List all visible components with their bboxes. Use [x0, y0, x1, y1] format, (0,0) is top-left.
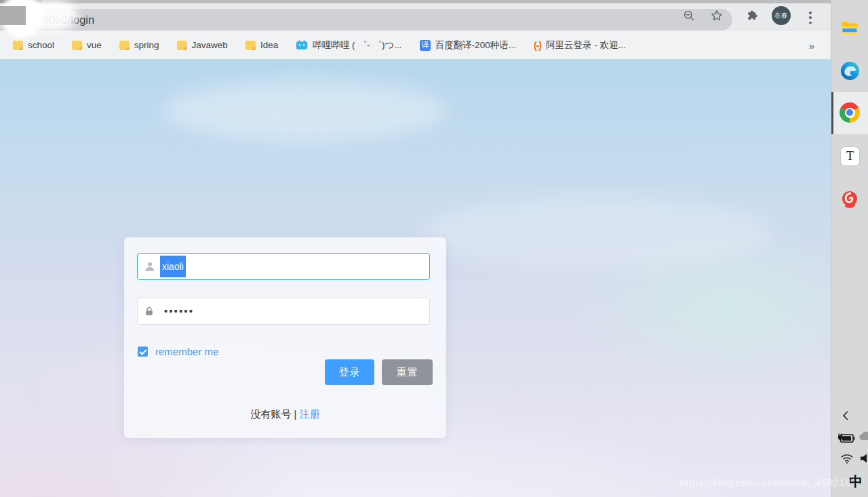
bookmark-label: spring [134, 40, 159, 50]
browser-toolbar: 3050/login 在春 [0, 3, 831, 31]
baidu-translate-icon: 译 [420, 40, 431, 51]
password-value-masked: •••••• [164, 306, 194, 317]
remember-me-checkbox[interactable] [138, 346, 148, 357]
cloud-decoration [420, 195, 773, 270]
windows-taskbar: T 中 [831, 0, 868, 497]
censor-blob [23, 0, 77, 31]
register-link[interactable]: 注册 [300, 408, 320, 420]
reset-button[interactable]: 重置 [382, 359, 433, 385]
chrome-icon[interactable] [840, 102, 860, 123]
bookmark-label: 哔哩哔哩 ( ゜- ゜)つ... [313, 39, 401, 52]
password-input[interactable]: •••••• [137, 298, 430, 325]
browser-menu-icon[interactable] [809, 12, 812, 24]
bookmark-label: 阿里云登录 - 欢迎... [546, 39, 626, 52]
remember-me-label: remember me [155, 346, 218, 357]
bookmark-aliyun[interactable]: (-) 阿里云登录 - 欢迎... [525, 31, 635, 59]
typora-icon[interactable]: T [841, 147, 859, 165]
username-input[interactable]: xiaoli [137, 253, 430, 280]
register-row: 没有账号 |注册 [124, 408, 446, 421]
tray-expand-chevron-icon[interactable] [842, 411, 849, 420]
wifi-icon[interactable] [840, 452, 854, 464]
bookmark-javaweb[interactable]: Javaweb [168, 31, 237, 59]
profile-avatar[interactable]: 在春 [772, 6, 791, 25]
login-button[interactable]: 登录 [325, 359, 374, 385]
csdn-watermark: https://blog.csdn.net/weixin_458218 [680, 477, 852, 488]
no-account-text: 没有账号 | [250, 408, 296, 420]
lock-icon [144, 306, 155, 317]
aliyun-icon: (-) [534, 40, 541, 51]
bookmark-label: Idea [260, 40, 278, 50]
censor-block [0, 6, 26, 25]
folder-icon [177, 41, 187, 50]
bookmark-label: 百度翻译-200种语... [435, 39, 516, 52]
edge-icon[interactable] [840, 61, 860, 81]
file-explorer-icon[interactable] [840, 20, 859, 37]
battery-charging-icon[interactable] [837, 432, 855, 443]
volume-icon[interactable] [859, 452, 868, 464]
extensions-puzzle-icon[interactable] [746, 9, 759, 22]
username-value-selected: xiaoli [160, 256, 186, 277]
bookmark-spring[interactable]: spring [111, 31, 168, 59]
bookmark-vue[interactable]: vue [63, 31, 111, 59]
remember-me-row: remember me [138, 346, 218, 357]
bookmarks-bar: school vue spring Javaweb Idea [0, 31, 831, 60]
zoom-out-icon[interactable] [682, 9, 696, 22]
cloud-decoration [163, 80, 448, 141]
address-bar[interactable]: 3050/login [0, 9, 732, 31]
bookmark-star-icon[interactable] [710, 9, 724, 22]
login-card: xiaoli •••••• remember me 登录 重置 没有账号 |注册 [124, 237, 446, 438]
bookmark-bilibili[interactable]: 哔哩哔哩 ( ゜- ゜)つ... [287, 31, 410, 59]
folder-icon [119, 41, 130, 50]
spiral-shell-icon[interactable] [840, 190, 859, 209]
bookmark-idea[interactable]: Idea [237, 31, 287, 59]
bookmark-baidu-translate[interactable]: 译 百度翻译-200种语... [411, 31, 525, 59]
bookmarks-overflow-chevron[interactable]: » [809, 31, 814, 60]
ime-indicator[interactable]: 中 [849, 473, 863, 491]
bilibili-icon [296, 40, 308, 50]
login-page: xiaoli •••••• remember me 登录 重置 没有账号 |注册 [0, 60, 831, 497]
browser-window: 3050/login 在春 school vue [0, 0, 831, 497]
bookmark-label: vue [87, 40, 102, 50]
user-icon [144, 260, 156, 273]
onedrive-cloud-icon[interactable] [859, 431, 868, 441]
bookmark-label: school [28, 40, 54, 50]
folder-icon [72, 41, 82, 50]
folder-icon [13, 41, 23, 50]
folder-icon [245, 41, 256, 50]
bookmark-label: Javaweb [192, 40, 228, 50]
